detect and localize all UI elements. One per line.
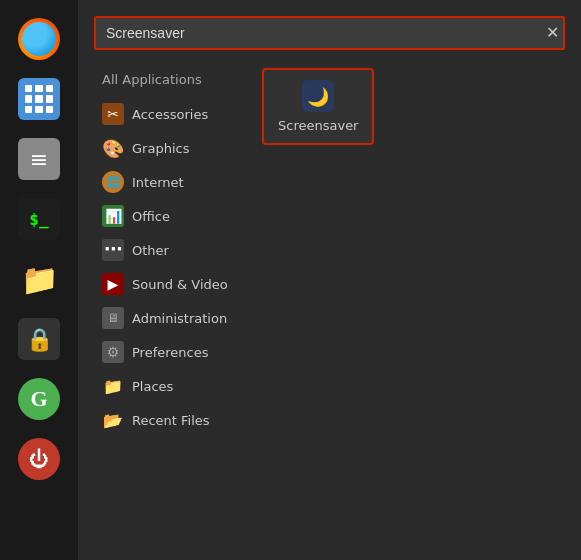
category-administration-label: Administration: [132, 311, 227, 326]
category-accessories[interactable]: ✂ Accessories: [94, 97, 254, 131]
search-input-wrapper: ✕: [94, 16, 565, 50]
result-screensaver[interactable]: 🌙 Screensaver: [262, 68, 374, 145]
search-clear-button[interactable]: ✕: [546, 25, 559, 41]
category-preferences[interactable]: ⚙ Preferences: [94, 335, 254, 369]
dock-item-grammarly[interactable]: G: [12, 372, 66, 426]
category-graphics-label: Graphics: [132, 141, 189, 156]
category-preferences-label: Preferences: [132, 345, 208, 360]
category-list: All Applications ✂ Accessories 🎨 Graphic…: [94, 68, 254, 544]
dock-item-power[interactable]: ⏻: [12, 432, 66, 486]
other-icon: ⋯: [102, 239, 124, 261]
category-recent-files-label: Recent Files: [132, 413, 210, 428]
folder-icon: 📁: [18, 258, 60, 300]
terminal-icon: $_: [18, 198, 60, 240]
category-places-label: Places: [132, 379, 173, 394]
screensaver-result-icon: 🌙: [302, 80, 334, 112]
category-header: All Applications: [94, 68, 254, 97]
sound-video-icon: ▶: [102, 273, 124, 295]
category-office[interactable]: 📊 Office: [94, 199, 254, 233]
firefox-icon: [18, 18, 60, 60]
dock-item-files[interactable]: ≡: [12, 132, 66, 186]
apps-icon: [18, 78, 60, 120]
app-results: 🌙 Screensaver: [254, 68, 565, 544]
lock-icon: 🔒: [18, 318, 60, 360]
power-icon: ⏻: [18, 438, 60, 480]
category-sound-video[interactable]: ▶ Sound & Video: [94, 267, 254, 301]
dock-item-apps[interactable]: [12, 72, 66, 126]
screensaver-result-label: Screensaver: [278, 118, 358, 133]
category-other[interactable]: ⋯ Other: [94, 233, 254, 267]
preferences-icon: ⚙: [102, 341, 124, 363]
category-places[interactable]: 📁 Places: [94, 369, 254, 403]
category-other-label: Other: [132, 243, 169, 258]
office-icon: 📊: [102, 205, 124, 227]
category-recent-files[interactable]: 📂 Recent Files: [94, 403, 254, 437]
internet-icon: 🌐: [102, 171, 124, 193]
category-graphics[interactable]: 🎨 Graphics: [94, 131, 254, 165]
recent-files-icon: 📂: [102, 409, 124, 431]
graphics-icon: 🎨: [102, 137, 124, 159]
category-internet[interactable]: 🌐 Internet: [94, 165, 254, 199]
accessories-icon: ✂: [102, 103, 124, 125]
category-administration[interactable]: 🖥 Administration: [94, 301, 254, 335]
main-panel: ✕ All Applications ✂ Accessories 🎨 Graph…: [78, 0, 581, 560]
category-accessories-label: Accessories: [132, 107, 208, 122]
dock: ≡ $_ 📁 🔒 G ⏻: [0, 0, 78, 560]
category-office-label: Office: [132, 209, 170, 224]
files-icon: ≡: [18, 138, 60, 180]
places-icon: 📁: [102, 375, 124, 397]
grammarly-icon: G: [18, 378, 60, 420]
category-internet-label: Internet: [132, 175, 184, 190]
dock-item-terminal[interactable]: $_: [12, 192, 66, 246]
dock-item-folder[interactable]: 📁: [12, 252, 66, 306]
dock-item-lock[interactable]: 🔒: [12, 312, 66, 366]
dock-item-firefox[interactable]: [12, 12, 66, 66]
content-area: All Applications ✂ Accessories 🎨 Graphic…: [94, 68, 565, 544]
administration-icon: 🖥: [102, 307, 124, 329]
category-sound-video-label: Sound & Video: [132, 277, 228, 292]
search-bar: ✕: [94, 16, 565, 50]
search-input[interactable]: [94, 16, 565, 50]
